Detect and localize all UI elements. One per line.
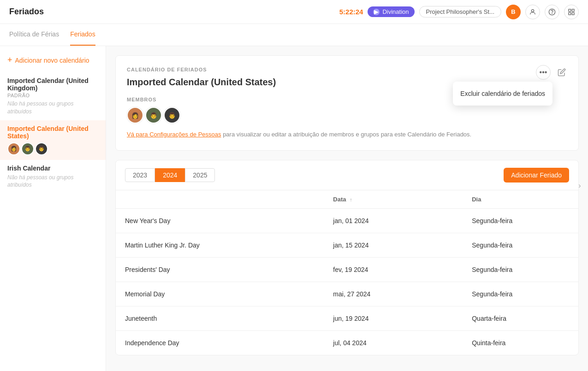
sidebar-avatar-1: 👩	[7, 142, 20, 155]
sidebar-item-uk[interactable]: Imported Calendar (United Kingdom) PADRÃ…	[0, 72, 106, 120]
sidebar-avatar-2: 👨	[21, 142, 34, 155]
svg-rect-3	[569, 9, 571, 12]
topbar-right: 5:22:24 ▶ Divination Project Philosopher…	[339, 5, 579, 19]
holiday-name: New Year's Day	[116, 208, 324, 233]
year-tab-2025[interactable]: 2025	[185, 168, 215, 182]
holidays-table: Data ↑ Dia New Year's Day jan, 01 2024 S…	[116, 190, 578, 355]
year-nav: 2023 2024 2025 Adicionar Feriado	[116, 160, 578, 190]
dropdown-menu: Excluir calendário de feriados	[453, 82, 552, 106]
people-settings-link[interactable]: Vá para Configurações de Pessoas	[127, 131, 221, 138]
holiday-day: Segunda-feira	[463, 282, 578, 306]
sidebar: + Adicionar novo calendário Imported Cal…	[0, 46, 106, 371]
col-header-name	[116, 190, 324, 209]
edit-button[interactable]	[554, 65, 569, 80]
play-icon: ▶	[373, 9, 380, 15]
holiday-day: Quarta-feira	[463, 306, 578, 330]
topbar-time: 5:22:24	[339, 8, 363, 16]
holiday-date: jan, 01 2024	[324, 208, 463, 233]
sort-icon: ↑	[350, 197, 352, 202]
project-button[interactable]: Project Philosopher's St...	[419, 6, 501, 18]
holiday-date: jan, 15 2024	[324, 233, 463, 257]
svg-point-0	[531, 9, 534, 12]
holiday-name: Presidents' Day	[116, 257, 324, 282]
holiday-date: mai, 27 2024	[324, 282, 463, 306]
sidebar-item-us[interactable]: Imported Calendar (United States) 👩 👨 👨	[0, 120, 106, 160]
topbar: Feriados 5:22:24 ▶ Divination Project Ph…	[0, 0, 588, 24]
sidebar-avatar-3: 👨	[35, 142, 48, 155]
table-row: Independence Day jul, 04 2024 Quinta-fei…	[116, 330, 578, 355]
holiday-date: jun, 19 2024	[324, 306, 463, 330]
year-tab-2024[interactable]: 2024	[155, 168, 185, 182]
add-calendar-button[interactable]: + Adicionar novo calendário	[0, 52, 106, 69]
holiday-name: Martin Luther King Jr. Day	[116, 233, 324, 257]
page-title: Feriados	[9, 7, 44, 17]
table-row: Martin Luther King Jr. Day jan, 15 2024 …	[116, 233, 578, 257]
holidays-tbody: New Year's Day jan, 01 2024 Segunda-feir…	[116, 208, 578, 355]
holiday-name: Memorial Day	[116, 282, 324, 306]
member-avatar-3: 👨	[164, 107, 180, 124]
col-header-date[interactable]: Data ↑	[324, 190, 463, 209]
svg-point-2	[552, 13, 552, 14]
avatar[interactable]: B	[506, 5, 521, 19]
tab-feriados[interactable]: Feriados	[70, 24, 95, 46]
tabs-bar: Política de Férias Feriados	[0, 24, 588, 46]
table-row: Juneteenth jun, 19 2024 Quarta-feira	[116, 306, 578, 330]
content-area: CALENDÁRIO DE FERIADOS Imported Calendar…	[106, 46, 588, 371]
sidebar-us-avatars: 👩 👨 👨	[7, 142, 98, 155]
card-actions: •••	[536, 65, 569, 80]
more-options-button[interactable]: •••	[536, 65, 551, 80]
calendar-note: Vá para Configurações de Pessoas para vi…	[127, 130, 567, 139]
svg-rect-6	[569, 12, 571, 15]
holiday-name: Independence Day	[116, 330, 324, 355]
plus-icon: +	[7, 55, 12, 65]
member-avatars: 👩 👨 👨	[127, 107, 567, 124]
member-avatar-2: 👨	[145, 107, 162, 124]
tab-politica[interactable]: Política de Férias	[9, 24, 59, 46]
holiday-day: Segunda-feira	[463, 208, 578, 233]
calendar-section-label: CALENDÁRIO DE FERIADOS	[127, 67, 567, 72]
calendar-card: CALENDÁRIO DE FERIADOS Imported Calendar…	[115, 55, 579, 151]
help-icon-button[interactable]	[545, 5, 559, 19]
settings-icon-button[interactable]	[564, 5, 579, 19]
holiday-day: Quinta-feira	[463, 330, 578, 355]
sidebar-item-irish[interactable]: Irish Calendar Não há pessoas ou grupos …	[0, 160, 106, 194]
holiday-day: Segunda-feira	[463, 257, 578, 282]
holiday-date: fev, 19 2024	[324, 257, 463, 282]
table-row: Memorial Day mai, 27 2024 Segunda-feira	[116, 282, 578, 306]
svg-rect-4	[572, 9, 574, 12]
col-header-day: Dia	[463, 190, 578, 209]
table-row: Presidents' Day fev, 19 2024 Segunda-fei…	[116, 257, 578, 282]
add-holiday-button[interactable]: Adicionar Feriado	[504, 168, 569, 183]
timer-button[interactable]: ▶ Divination	[368, 6, 414, 17]
year-tabs: 2023 2024 2025	[125, 168, 215, 182]
user-icon-button[interactable]	[525, 5, 540, 19]
holiday-name: Juneteenth	[116, 306, 324, 330]
table-section: 2023 2024 2025 Adicionar Feriado Data ↑ …	[115, 160, 579, 355]
svg-rect-5	[572, 12, 574, 15]
delete-calendar-option[interactable]: Excluir calendário de feriados	[453, 85, 552, 102]
member-avatar-1: 👩	[127, 107, 143, 124]
table-row: New Year's Day jan, 01 2024 Segunda-feir…	[116, 208, 578, 233]
table-header-row: Data ↑ Dia	[116, 190, 578, 209]
scroll-right-arrow[interactable]: ›	[575, 181, 584, 190]
main-layout: + Adicionar novo calendário Imported Cal…	[0, 46, 588, 371]
holiday-day: Segunda-feira	[463, 233, 578, 257]
holiday-date: jul, 04 2024	[324, 330, 463, 355]
year-tab-2023[interactable]: 2023	[125, 168, 155, 182]
